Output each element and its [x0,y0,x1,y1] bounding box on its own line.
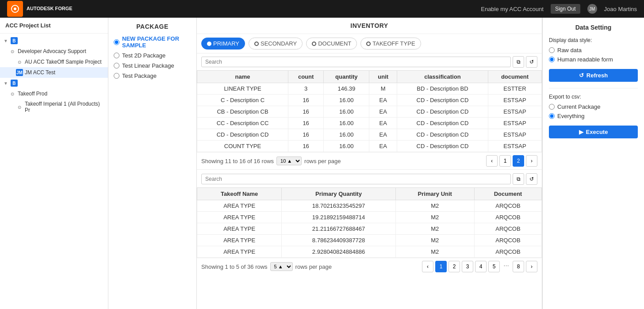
display-raw-radio[interactable] [549,47,555,53]
sidebar-item-takeoff-prod[interactable]: ⊙ Takeoff Prod [0,88,108,99]
copy-icon-btn-2[interactable]: ⧉ [513,173,524,185]
package-radio-test[interactable] [114,73,119,79]
page-prev-btn-2[interactable]: ‹ [422,261,433,272]
page-1-btn-2[interactable]: 1 [435,261,447,272]
search-bar-2: ⧉ ↺ [197,169,542,187]
package-option-new[interactable]: NEW PACKAGE FOR SAMPLE [114,35,191,49]
page-buttons-1: ‹ 1 2 › [486,155,537,167]
page-next-btn-2[interactable]: › [526,261,537,272]
sidebar-item-label: Takeoff Prod [18,91,47,97]
page-1-btn-1[interactable]: 1 [499,155,511,167]
cell-classification: CD - Description CD [397,141,488,152]
table-row[interactable]: CD - Description CD 16 16.00 EA CD - Des… [197,129,542,141]
page-2-btn-1[interactable]: 2 [513,155,524,167]
sidebar-item-b1[interactable]: ▼ B [0,35,108,46]
cell-classification: CD - Description CD [397,106,488,118]
table-row[interactable]: LINEAR TYPE 3 146.39 M BD - Description … [197,83,542,95]
cell-takeoff-name: AREA TYPE [197,212,282,223]
table-row[interactable]: AREA TYPE 8.786234409387728 M2 ARQCOB [197,235,542,246]
table-row[interactable]: CC - Description CC 16 16.00 EA CD - Des… [197,118,542,129]
cell-document: ARQCOB [474,223,541,235]
table-row[interactable]: CB - Description CB 16 16.00 EA CD - Des… [197,106,542,118]
export-current-radio[interactable] [549,104,555,110]
col-header-quantity: quantity [324,71,369,83]
radio-dot-icon [366,42,371,46]
sidebar-item-dev-advocacy[interactable]: ⊙ Developer Advocacy Support [0,46,108,57]
page-prev-btn-1[interactable]: ‹ [486,155,498,167]
export-current-label: Current Package [557,103,601,110]
tab-secondary[interactable]: SECONDARY [249,38,303,50]
refresh-button[interactable]: ↺ Refresh [549,69,638,82]
page-8-btn-2[interactable]: 8 [513,261,524,272]
package-option-label: Test Package [122,72,157,79]
rows-per-page-label-1: rows per page [304,158,341,164]
search-input-1[interactable] [201,57,511,67]
table-row[interactable]: C - Description C 16 16.00 EA CD - Descr… [197,95,542,106]
cell-document: ESTTER [488,83,541,95]
refresh-icon-btn-2[interactable]: ↺ [526,173,537,185]
enable-acc-button[interactable]: Enable my ACC Account [481,6,544,12]
globe-icon: ⊙ [9,48,16,55]
display-human-radio[interactable] [549,57,555,62]
pagination-row-1: Showing 11 to 16 of 16 rows 10 ▲ 5 20 ro… [197,152,542,169]
table-row[interactable]: AREA TYPE 21.21166727688467 M2 ARQCOB [197,223,542,235]
cell-document: ARQCOB [474,212,541,223]
tab-primary-label: PRIMARY [213,40,239,47]
page-4-btn-2[interactable]: 4 [475,261,487,272]
table-row[interactable]: AREA TYPE 18.70216323545297 M2 ARQCOB [197,200,542,212]
export-current-option[interactable]: Current Package [549,103,638,110]
display-raw-option[interactable]: Raw data [549,47,638,53]
package-option-linear[interactable]: Test Linear Package [114,62,191,69]
page-size-select-2[interactable]: 5 ▲ 10 20 [270,262,293,271]
col-header-takeoff-name: Takeoff Name [197,188,282,200]
cell-unit: EA [369,95,397,106]
tab-takeoff-type[interactable]: TAKEOFF TYPE [360,38,421,50]
globe-icon: ⊙ [16,103,23,111]
package-radio-linear[interactable] [114,63,119,69]
table-row[interactable]: COUNT TYPE 16 16.00 EA CD - Description … [197,141,542,152]
package-title: PACKAGE [114,23,191,30]
page-next-btn-1[interactable]: › [526,155,537,167]
package-radio-2d[interactable] [114,53,119,58]
cell-document: ESTSAP [488,95,541,106]
logo-text: AUTODESK FORGE [27,6,73,11]
tab-document[interactable]: DOCUMENT [306,38,357,50]
table-row[interactable]: AREA TYPE 19.21892159488714 M2 ARQCOB [197,212,542,223]
tab-primary[interactable]: PRIMARY [201,38,245,50]
package-option-test[interactable]: Test Package [114,72,191,79]
radio-dot-icon [207,42,211,46]
page-size-select-1[interactable]: 10 ▲ 5 20 [276,156,302,165]
sign-out-button[interactable]: Sign Out [551,4,580,14]
copy-icon-btn-1[interactable]: ⧉ [513,56,524,68]
export-everything-option[interactable]: Everything [549,113,638,119]
topbar: AUTODESK FORGE Enable my ACC Account Sig… [0,0,644,18]
globe-icon: ⊙ [9,90,16,97]
display-human-option[interactable]: Human readable form [549,56,638,63]
display-raw-label: Raw data [557,47,582,53]
cell-primary-qty: 8.786234409387728 [282,235,395,246]
cell-primary-unit: M2 [395,235,474,246]
cell-name: C - Description C [197,95,288,106]
table-row[interactable]: AREA TYPE 2.928040824884886 M2 ARQCOB [197,246,542,258]
b-icon: B [11,80,18,87]
package-radio-new[interactable] [114,39,119,45]
search-input-2[interactable] [201,174,511,184]
cell-document: ARQCOB [474,235,541,246]
sidebar-item-au-acc[interactable]: ⊙ AU ACC TakeOff Sample Project [0,57,108,67]
package-option-2d[interactable]: Test 2D Package [114,52,191,59]
sidebar-item-jm-acc[interactable]: JM JM ACC Test [0,67,108,78]
cell-primary-qty: 21.21166727688467 [282,223,395,235]
page-5-btn-2[interactable]: 5 [488,261,500,272]
page-3-btn-2[interactable]: 3 [462,261,473,272]
sidebar-item-takeoff-imperial[interactable]: ⊙ Takeoff Imperial 1 (All Products) Pr [0,99,108,115]
refresh-icon-btn-1[interactable]: ↺ [526,56,537,68]
cell-takeoff-name: AREA TYPE [197,223,282,235]
execute-icon: ▶ [579,129,583,135]
execute-button[interactable]: ▶ Execute [549,126,638,138]
page-2-btn-2[interactable]: 2 [448,261,460,272]
sidebar-item-label: Takeoff Imperial 1 (All Products) Pr [25,101,104,113]
sidebar-item-b2[interactable]: ▼ B [0,78,108,88]
cell-name: CC - Description CC [197,118,288,129]
export-everything-radio[interactable] [549,113,555,119]
cell-document: ARQCOB [474,200,541,212]
